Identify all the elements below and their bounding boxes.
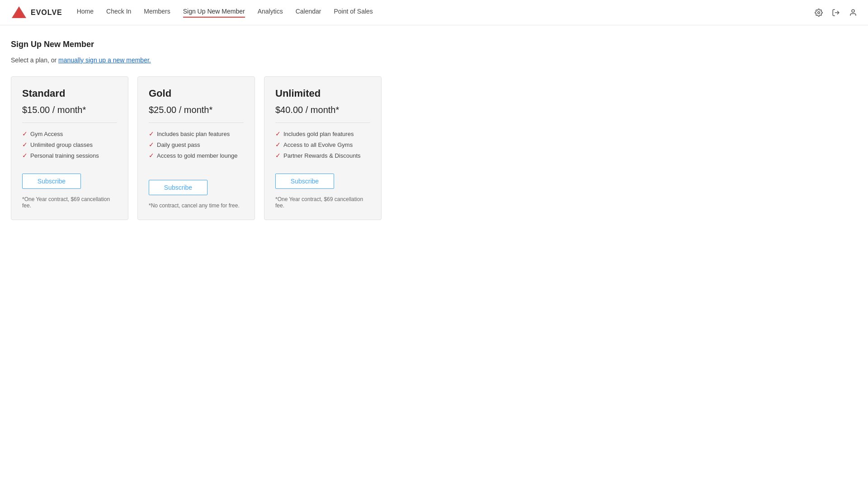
plan-feature: ✓Partner Rewards & Discounts bbox=[275, 152, 370, 159]
check-icon: ✓ bbox=[149, 152, 154, 159]
page-title: Sign Up New Member bbox=[11, 40, 857, 49]
logout-icon bbox=[832, 9, 840, 17]
check-icon: ✓ bbox=[275, 130, 281, 137]
logout-button[interactable] bbox=[832, 9, 840, 17]
nav-link-calendar[interactable]: Calendar bbox=[296, 8, 321, 18]
nav-right bbox=[815, 9, 857, 17]
navbar: EVOLVE HomeCheck InMembersSign Up New Me… bbox=[0, 0, 868, 25]
plans-grid: Standard$15.00 / month*✓Gym Access✓Unlim… bbox=[11, 76, 857, 220]
plan-feature: ✓Daily guest pass bbox=[149, 141, 244, 148]
plan-feature: ✓Gym Access bbox=[22, 130, 117, 137]
check-icon: ✓ bbox=[275, 152, 281, 159]
plan-name: Unlimited bbox=[275, 88, 370, 99]
subscribe-button-gold[interactable]: Subscribe bbox=[149, 180, 208, 195]
plan-disclaimer: *One Year contract, $69 cancellation fee… bbox=[275, 196, 370, 209]
plan-feature: ✓Access to gold member lounge bbox=[149, 152, 244, 159]
plan-disclaimer: *One Year contract, $69 cancellation fee… bbox=[22, 196, 117, 209]
plan-card-standard: Standard$15.00 / month*✓Gym Access✓Unlim… bbox=[11, 76, 128, 220]
plan-name: Gold bbox=[149, 88, 244, 99]
plan-card-unlimited: Unlimited$40.00 / month*✓Includes gold p… bbox=[264, 76, 382, 220]
check-icon: ✓ bbox=[22, 141, 28, 148]
feature-text: Includes basic plan features bbox=[157, 131, 230, 137]
feature-text: Personal training sessions bbox=[30, 152, 99, 159]
user-icon bbox=[849, 9, 857, 17]
plan-feature: ✓Personal training sessions bbox=[22, 152, 117, 159]
gear-icon bbox=[815, 9, 823, 17]
feature-text: Partner Rewards & Discounts bbox=[283, 152, 361, 159]
feature-text: Access to all Evolve Gyms bbox=[283, 141, 353, 148]
plan-feature: ✓Includes basic plan features bbox=[149, 130, 244, 137]
page-content: Sign Up New Member Select a plan, or man… bbox=[0, 25, 868, 235]
subtitle-prefix: Select a plan, or bbox=[11, 56, 58, 64]
plan-price: $40.00 / month* bbox=[275, 105, 370, 123]
nav-link-members[interactable]: Members bbox=[144, 8, 170, 18]
check-icon: ✓ bbox=[22, 152, 28, 159]
check-icon: ✓ bbox=[149, 141, 154, 148]
nav-link-home[interactable]: Home bbox=[77, 8, 94, 18]
feature-text: Access to gold member lounge bbox=[157, 152, 237, 159]
plan-disclaimer: *No contract, cancel any time for free. bbox=[149, 202, 244, 209]
plan-price: $25.00 / month* bbox=[149, 105, 244, 123]
subscribe-button-standard[interactable]: Subscribe bbox=[22, 174, 81, 189]
settings-button[interactable] bbox=[815, 9, 823, 17]
nav-link-sign-up-new-member[interactable]: Sign Up New Member bbox=[183, 8, 245, 18]
check-icon: ✓ bbox=[275, 141, 281, 148]
plan-feature: ✓Includes gold plan features bbox=[275, 130, 370, 137]
nav-link-check-in[interactable]: Check In bbox=[106, 8, 131, 18]
plan-features: ✓Gym Access✓Unlimited group classes✓Pers… bbox=[22, 130, 117, 159]
plan-card-gold: Gold$25.00 / month*✓Includes basic plan … bbox=[137, 76, 255, 220]
page-subtitle: Select a plan, or manually sign up a new… bbox=[11, 56, 857, 64]
feature-text: Gym Access bbox=[30, 131, 63, 137]
feature-text: Daily guest pass bbox=[157, 141, 200, 148]
plan-feature: ✓Access to all Evolve Gyms bbox=[275, 141, 370, 148]
feature-text: Unlimited group classes bbox=[30, 141, 93, 148]
svg-point-4 bbox=[852, 9, 854, 12]
svg-point-2 bbox=[818, 11, 820, 14]
feature-text: Includes gold plan features bbox=[283, 131, 354, 137]
nav-links: HomeCheck InMembersSign Up New MemberAna… bbox=[77, 8, 815, 18]
nav-link-point-of-sales[interactable]: Point of Sales bbox=[334, 8, 373, 18]
nav-link-analytics[interactable]: Analytics bbox=[258, 8, 283, 18]
plan-features: ✓Includes gold plan features✓Access to a… bbox=[275, 130, 370, 159]
logo-text: EVOLVE bbox=[31, 9, 62, 17]
plan-features: ✓Includes basic plan features✓Daily gues… bbox=[149, 130, 244, 165]
check-icon: ✓ bbox=[22, 130, 28, 137]
logo[interactable]: EVOLVE bbox=[11, 5, 62, 21]
plan-feature: ✓Unlimited group classes bbox=[22, 141, 117, 148]
check-icon: ✓ bbox=[149, 130, 154, 137]
logo-icon bbox=[11, 5, 27, 21]
account-button[interactable] bbox=[849, 9, 857, 17]
plan-price: $15.00 / month* bbox=[22, 105, 117, 123]
plan-name: Standard bbox=[22, 88, 117, 99]
manual-signup-link[interactable]: manually sign up a new member. bbox=[58, 56, 151, 64]
subscribe-button-unlimited[interactable]: Subscribe bbox=[275, 174, 334, 189]
